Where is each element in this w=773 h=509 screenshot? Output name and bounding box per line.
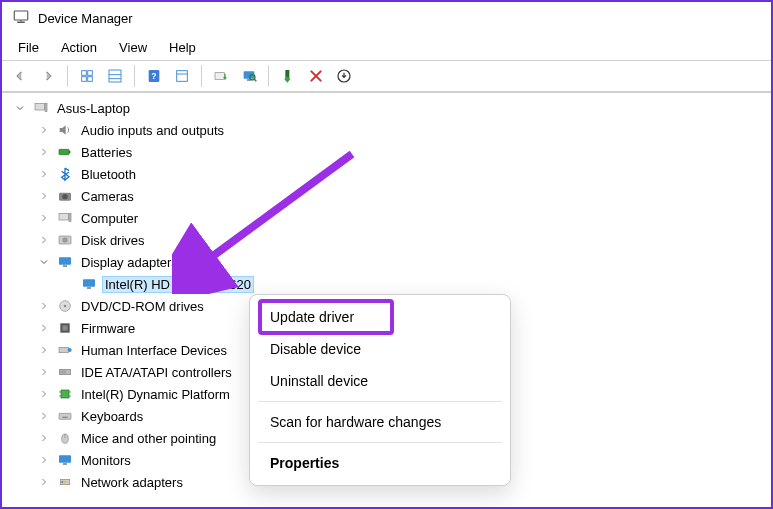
- tree-item-intel-hd-graphics[interactable]: Intel(R) HD Graphics 620: [60, 273, 771, 295]
- svg-rect-22: [45, 103, 47, 111]
- update-driver-button[interactable]: [209, 64, 233, 88]
- chevron-right-icon[interactable]: [36, 234, 52, 246]
- context-separator: [258, 442, 502, 443]
- forward-button[interactable]: [36, 64, 60, 88]
- svg-rect-38: [62, 325, 67, 330]
- svg-line-18: [254, 79, 256, 81]
- enable-device-button[interactable]: [276, 64, 300, 88]
- chevron-right-icon[interactable]: [36, 476, 52, 488]
- chevron-right-icon[interactable]: [36, 168, 52, 180]
- tree-item-label: Firmware: [78, 320, 138, 337]
- svg-point-57: [61, 481, 63, 483]
- context-disable-device[interactable]: Disable device: [256, 333, 504, 365]
- chevron-right-icon[interactable]: [36, 212, 52, 224]
- svg-rect-39: [59, 347, 68, 352]
- menu-help[interactable]: Help: [159, 37, 206, 58]
- app-icon: [12, 8, 30, 29]
- svg-rect-32: [63, 265, 67, 266]
- tree-item-bluetooth[interactable]: Bluetooth: [36, 163, 771, 185]
- tree-item-audio[interactable]: Audio inputs and outputs: [36, 119, 771, 141]
- properties-button[interactable]: [170, 64, 194, 88]
- view-large-button[interactable]: [103, 64, 127, 88]
- toolbar-separator: [268, 65, 269, 87]
- menu-file[interactable]: File: [8, 37, 49, 58]
- tree-subchildren: Intel(R) HD Graphics 620: [36, 273, 771, 295]
- tree-item-computer[interactable]: Computer: [36, 207, 771, 229]
- chevron-right-icon[interactable]: [36, 454, 52, 466]
- tree-item-label: Disk drives: [78, 232, 148, 249]
- svg-rect-3: [82, 71, 87, 76]
- chip-icon: [56, 386, 74, 402]
- context-uninstall-device[interactable]: Uninstall device: [256, 365, 504, 397]
- context-properties[interactable]: Properties: [256, 447, 504, 479]
- back-button[interactable]: [8, 64, 32, 88]
- view-small-button[interactable]: [75, 64, 99, 88]
- tree-item-label: Display adapters: [78, 254, 181, 271]
- chevron-right-icon[interactable]: [36, 146, 52, 158]
- keyboard-icon: [56, 408, 74, 424]
- tree-item-label: Computer: [78, 210, 141, 227]
- context-scan-hardware[interactable]: Scan for hardware changes: [256, 406, 504, 438]
- tree-item-cameras[interactable]: Cameras: [36, 185, 771, 207]
- tree-item-label: Intel(R) HD Graphics 620: [102, 276, 254, 293]
- monitor-icon: [56, 254, 74, 270]
- menu-view[interactable]: View: [109, 37, 157, 58]
- camera-icon: [56, 188, 74, 204]
- chevron-down-icon[interactable]: [12, 102, 28, 114]
- context-separator: [258, 401, 502, 402]
- svg-rect-31: [59, 257, 71, 264]
- dvd-icon: [56, 298, 74, 314]
- chevron-right-icon[interactable]: [36, 410, 52, 422]
- title-bar: Device Manager: [2, 2, 771, 35]
- svg-rect-27: [59, 213, 68, 220]
- chevron-right-icon[interactable]: [36, 432, 52, 444]
- menu-action[interactable]: Action: [51, 37, 107, 58]
- toolbar-wrap: ?: [2, 60, 771, 92]
- scan-pc-button[interactable]: [237, 64, 261, 88]
- tree-item-disk-drives[interactable]: Disk drives: [36, 229, 771, 251]
- svg-rect-28: [69, 213, 71, 221]
- tree-root-label: Asus-Laptop: [54, 100, 133, 117]
- chevron-right-icon[interactable]: [36, 388, 52, 400]
- toolbar-separator: [134, 65, 135, 87]
- bluetooth-icon: [56, 166, 74, 182]
- tree-item-batteries[interactable]: Batteries: [36, 141, 771, 163]
- tree-item-label: Audio inputs and outputs: [78, 122, 227, 139]
- chevron-down-icon[interactable]: [36, 256, 52, 268]
- svg-rect-45: [61, 390, 69, 398]
- monitor-icon: [80, 276, 98, 292]
- tree-item-display-adapters[interactable]: Display adapters: [36, 251, 771, 273]
- svg-rect-5: [82, 77, 87, 82]
- install-button[interactable]: [332, 64, 356, 88]
- chevron-right-icon[interactable]: [36, 344, 52, 356]
- chevron-right-icon[interactable]: [36, 322, 52, 334]
- svg-rect-24: [69, 151, 70, 154]
- tree-item-label: Mice and other pointing: [78, 430, 219, 447]
- remove-device-button[interactable]: [304, 64, 328, 88]
- toolbar: ?: [2, 61, 771, 91]
- tree-root[interactable]: Asus-Laptop: [12, 97, 771, 119]
- window-title: Device Manager: [38, 11, 133, 26]
- chevron-right-icon[interactable]: [36, 190, 52, 202]
- svg-rect-7: [109, 70, 121, 82]
- tree-item-label: Keyboards: [78, 408, 146, 425]
- ide-icon: [56, 364, 74, 380]
- menu-bar: File Action View Help: [2, 35, 771, 60]
- svg-rect-4: [88, 71, 93, 76]
- chevron-right-icon[interactable]: [36, 366, 52, 378]
- mouse-icon: [56, 430, 74, 446]
- svg-rect-34: [87, 287, 91, 288]
- svg-rect-51: [62, 417, 67, 418]
- help-button[interactable]: ?: [142, 64, 166, 88]
- context-update-driver[interactable]: Update driver: [256, 301, 504, 333]
- tree-item-label: Network adapters: [78, 474, 186, 491]
- svg-rect-1: [17, 22, 25, 24]
- chevron-right-icon[interactable]: [36, 124, 52, 136]
- svg-rect-54: [59, 455, 71, 462]
- tree-item-label: Cameras: [78, 188, 137, 205]
- svg-point-36: [64, 305, 67, 308]
- svg-point-40: [68, 348, 72, 352]
- chevron-right-icon[interactable]: [36, 300, 52, 312]
- svg-rect-12: [177, 71, 188, 82]
- svg-rect-0: [14, 11, 28, 20]
